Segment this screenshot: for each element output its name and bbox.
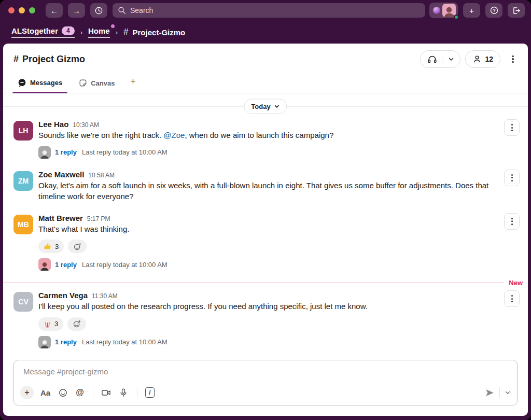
message-input[interactable]: Message #project-gizmo — [20, 367, 511, 377]
forward-button[interactable]: → — [68, 3, 85, 18]
sign-out-button[interactable] — [508, 3, 525, 18]
attach-button[interactable]: + — [20, 386, 34, 399]
tab-canvas[interactable]: Canvas — [73, 75, 121, 93]
message-actions-button[interactable] — [504, 213, 520, 230]
video-camera-icon — [101, 388, 111, 398]
hash-icon: # — [123, 27, 128, 37]
maximize-window-button[interactable] — [29, 7, 35, 13]
message-author[interactable]: Carmen Vega — [38, 291, 88, 300]
members-button[interactable]: 12 — [465, 50, 500, 68]
add-reaction-icon — [73, 242, 82, 251]
huddle-button[interactable] — [421, 51, 442, 67]
shortcuts-button[interactable]: / — [145, 387, 155, 398]
divider — [499, 387, 500, 398]
history-button[interactable] — [90, 3, 107, 18]
message-text: I'll keep you all posted on the research… — [38, 301, 509, 312]
send-options-button[interactable] — [505, 389, 511, 396]
help-button[interactable]: ? — [485, 3, 502, 18]
minimize-window-button[interactable] — [19, 7, 25, 13]
composer-toolbar: + Aa @ — [20, 386, 511, 399]
message-actions-button[interactable] — [504, 119, 520, 136]
video-clip-button[interactable] — [101, 388, 111, 398]
message-author[interactable]: Matt Brewer — [38, 214, 83, 222]
message-actions-button[interactable] — [504, 290, 520, 307]
app-window: ← → + ? — [0, 0, 531, 420]
message-zoe-maxwell: ZM Zoe Maxwell 10:58 AM Okay, let's aim … — [3, 166, 528, 206]
new-message-button[interactable]: + — [463, 3, 480, 18]
date-divider-button[interactable]: Today — [244, 99, 287, 114]
message-bubble-icon — [18, 78, 26, 87]
reaction-count: 3 — [54, 320, 58, 328]
message-actions-button[interactable] — [504, 170, 520, 186]
message-timestamp[interactable]: 10:30 AM — [73, 121, 99, 129]
home-label: Home — [88, 26, 110, 35]
breadcrumb-channel[interactable]: # Project-Gizmo — [123, 27, 185, 37]
huddle-options-button[interactable] — [442, 51, 460, 67]
add-tab-button[interactable]: + — [125, 73, 141, 93]
add-reaction-button[interactable] — [67, 317, 86, 331]
tab-canvas-label: Canvas — [91, 79, 115, 87]
channel-header: # Project Gizmo — [3, 44, 528, 70]
reaction-thumbs-up[interactable]: 3 — [38, 240, 64, 253]
divider-line — [3, 283, 504, 283]
thread-participant-avatar — [38, 258, 51, 271]
presence-indicator — [454, 15, 459, 20]
close-window-button[interactable] — [8, 7, 15, 13]
member-count: 12 — [485, 55, 493, 63]
message-text: Okay, let's aim for a soft launch in six… — [38, 180, 509, 202]
avatar[interactable]: LH — [13, 121, 33, 141]
message-timestamp[interactable]: 5:17 PM — [87, 215, 110, 222]
message-timestamp[interactable]: 11:30 AM — [92, 292, 118, 300]
breadcrumb: ALStogether 4 › Home › # Project-Gizmo — [0, 21, 531, 44]
message-matt-brewer: MB Matt Brewer 5:17 PM That's what I was… — [3, 210, 528, 275]
breadcrumb-workspace[interactable]: ALStogether 4 — [11, 26, 75, 38]
thread-summary[interactable]: 1 reply Last reply today at 10:00 AM — [38, 336, 518, 348]
divider — [137, 388, 137, 398]
send-button[interactable] — [485, 388, 495, 398]
message-timestamp[interactable]: 10:58 AM — [88, 172, 115, 179]
search-bar[interactable] — [113, 3, 425, 18]
channel-panel: # Project Gizmo — [3, 44, 528, 416]
message-author[interactable]: Lee Hao — [38, 120, 68, 129]
reactions: 3 — [38, 240, 518, 253]
chevron-down-icon — [505, 389, 511, 396]
formatting-button[interactable]: Aa — [40, 388, 50, 397]
breadcrumb-home[interactable]: Home — [88, 26, 110, 38]
thread-participant-avatar — [38, 336, 51, 348]
new-messages-divider: New — [3, 279, 528, 287]
user-menu-button[interactable] — [429, 3, 458, 18]
mention-link[interactable]: @Zoe — [163, 131, 185, 139]
avatar[interactable]: CV — [13, 292, 33, 312]
channel-title: Project Gizmo — [22, 54, 85, 65]
divider — [93, 388, 93, 398]
last-reply-text: Last reply today at 10:00 AM — [82, 338, 167, 346]
reply-count-link[interactable]: 1 reply — [55, 261, 77, 269]
reaction-popcorn[interactable]: 3 — [38, 317, 63, 331]
search-input[interactable] — [130, 6, 420, 15]
huddle-split-button — [420, 50, 460, 68]
back-button[interactable]: ← — [46, 3, 63, 18]
emoji-button[interactable] — [58, 388, 68, 398]
svg-text:?: ? — [493, 8, 496, 13]
new-messages-label: New — [509, 279, 523, 287]
channel-more-actions-button[interactable] — [505, 51, 521, 67]
chevron-down-icon — [448, 56, 454, 62]
tab-messages-label: Messages — [30, 79, 62, 87]
reply-count-link[interactable]: 1 reply — [55, 338, 77, 346]
message-author[interactable]: Zoe Maxwell — [38, 170, 84, 179]
channel-tabs: Messages Canvas + — [3, 70, 528, 93]
avatar[interactable]: ZM — [13, 171, 33, 191]
message-carmen-vega: CV Carmen Vega 11:30 AM I'll keep you al… — [3, 287, 528, 352]
add-reaction-button[interactable] — [68, 240, 87, 253]
message-text: That's what I was thinking. — [38, 223, 509, 235]
reply-count-link[interactable]: 1 reply — [55, 148, 77, 156]
channel-crumb-label: Project-Gizmo — [133, 28, 186, 37]
tab-messages[interactable]: Messages — [11, 74, 68, 93]
thread-summary[interactable]: 1 reply Last reply today at 10:00 AM — [38, 146, 518, 159]
avatar[interactable]: MB — [13, 215, 33, 234]
breadcrumb-separator: › — [80, 29, 82, 36]
audio-clip-button[interactable] — [119, 388, 128, 397]
last-reply-text: Last reply today at 10:00 AM — [82, 148, 167, 156]
thread-summary[interactable]: 1 reply Last reply today at 10:00 AM — [38, 258, 518, 271]
mention-button[interactable]: @ — [76, 388, 84, 397]
